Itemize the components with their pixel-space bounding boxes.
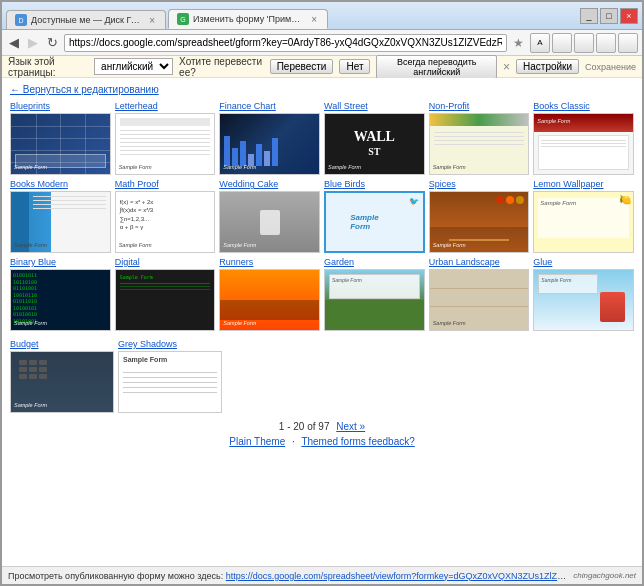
theme-garden-thumb[interactable]: Sample Form	[324, 269, 425, 331]
nav-icon-5[interactable]	[618, 33, 638, 53]
pagination: 1 - 20 of 97 Next »	[10, 421, 634, 432]
budget-keys	[19, 360, 47, 379]
theme-math-proof-thumb[interactable]: f(x) = x² + 2x ∫f(x)dx = x³/3 ∑n=1,2,3..…	[115, 191, 216, 253]
theme-finance-chart[interactable]: Finance Chart Sample Form	[219, 101, 320, 175]
tab-2-label: Изменить форму 'Пример ф...	[193, 14, 305, 24]
math-content: f(x) = x² + 2x ∫f(x)dx = x³/3 ∑n=1,2,3..…	[120, 198, 154, 232]
footer-links: Plain Theme · Themed forms feedback?	[10, 436, 634, 447]
trans-bar-question: Хотите перевести ее?	[179, 56, 264, 78]
theme-non-profit-thumb[interactable]: Sample Form	[429, 113, 530, 175]
theme-gray-shadows-label: Grey Shadows	[118, 339, 222, 349]
bookmark-star-icon[interactable]: ★	[510, 36, 527, 50]
thumb-sample-label: Sample Form	[119, 164, 152, 170]
theme-binary-blue-thumb[interactable]: 0100101110110100011010011001011001011010…	[10, 269, 111, 331]
theme-letterhead[interactable]: Letterhead Sample Form	[115, 101, 216, 175]
key-3	[39, 360, 47, 365]
translate-button[interactable]: Перевести	[270, 59, 334, 74]
translate-icon[interactable]: A	[530, 33, 550, 53]
close-button[interactable]: ×	[620, 8, 638, 24]
always-translate-button[interactable]: Всегда переводить английский	[376, 55, 497, 79]
pagination-next-link[interactable]: Next »	[336, 421, 365, 432]
tab-2[interactable]: G Изменить форму 'Пример ф... ×	[168, 9, 328, 29]
theme-books-modern-thumb[interactable]: Sample Form	[10, 191, 111, 253]
address-bar[interactable]	[64, 34, 507, 52]
theme-binary-blue-label: Binary Blue	[10, 257, 111, 267]
theme-blueprints[interactable]: Blueprints Sample Form	[10, 101, 111, 175]
theme-books-classic-label: Books Classic	[533, 101, 634, 111]
theme-blueprints-label: Blueprints	[10, 101, 111, 111]
theme-budget-thumb[interactable]: Sample Form	[10, 351, 114, 413]
theme-garden[interactable]: Garden Sample Form	[324, 257, 425, 331]
theme-urban-landscape-thumb[interactable]: Sample Form	[429, 269, 530, 331]
theme-books-classic[interactable]: Books Classic Sample Form	[533, 101, 634, 175]
theme-books-modern[interactable]: Books Modern Sample Form	[10, 179, 111, 253]
theme-blue-birds-thumb[interactable]: Sample Form 🐦	[324, 191, 425, 253]
theme-runners-thumb[interactable]: Sample Form	[219, 269, 320, 331]
tab-1[interactable]: D Доступные ме — Диск Гоо... ×	[6, 10, 166, 29]
status-label: Просмотреть опубликованную форму можно з…	[8, 571, 223, 581]
thumb-sample-label: Sample Form	[433, 242, 466, 248]
forward-button[interactable]: ▶	[25, 34, 41, 51]
theme-glue-thumb[interactable]: Sample Form	[533, 269, 634, 331]
trans-bar-close-icon[interactable]: ×	[503, 60, 510, 74]
theme-digital-thumb[interactable]: Sample Form	[115, 269, 216, 331]
theme-lemon-thumb[interactable]: Sample Form 🍋	[533, 191, 634, 253]
theme-gray-shadows-thumb[interactable]: Sample Form	[118, 351, 222, 413]
theme-blue-birds[interactable]: Blue Birds Sample Form 🐦	[324, 179, 425, 253]
spice-dots	[496, 196, 524, 204]
digital-content: Sample Form	[120, 274, 211, 292]
trans-bar-label: Язык этой страницы:	[8, 56, 88, 78]
thumb-sample-label: Sample Form	[14, 402, 47, 408]
content-area[interactable]: ← Вернуться к редактированию Blueprints	[2, 78, 642, 566]
theme-math-proof[interactable]: Math Proof f(x) = x² + 2x ∫f(x)dx = x³/3…	[115, 179, 216, 253]
theme-digital-label: Digital	[115, 257, 216, 267]
feedback-link[interactable]: Themed forms feedback?	[301, 436, 414, 447]
theme-wedding-cake-thumb[interactable]: Sample Form	[219, 191, 320, 253]
back-button[interactable]: ◀	[6, 34, 22, 51]
theme-blue-birds-label: Blue Birds	[324, 179, 425, 189]
runners-image	[220, 300, 319, 320]
key-5	[29, 367, 37, 372]
key-9	[39, 374, 47, 379]
save-indicator: Сохранение	[585, 62, 636, 72]
theme-non-profit[interactable]: Non-Profit Sample Form	[429, 101, 530, 175]
theme-finance-thumb[interactable]: Sample Form	[219, 113, 320, 175]
theme-lemon-wallpaper[interactable]: Lemon Wallpaper Sample Form 🍋	[533, 179, 634, 253]
theme-urban-landscape[interactable]: Urban Landscape Sample Form	[429, 257, 530, 331]
settings-button[interactable]: Настройки	[516, 59, 579, 74]
theme-blueprints-thumb[interactable]: Sample Form	[10, 113, 111, 175]
plain-theme-link[interactable]: Plain Theme	[229, 436, 285, 447]
theme-spices-thumb[interactable]: Sample Form	[429, 191, 530, 253]
nav-icons: A	[530, 33, 638, 53]
garden-plants	[325, 300, 424, 330]
theme-runners[interactable]: Runners Sample Form	[219, 257, 320, 331]
theme-wedding-cake-label: Wedding Cake	[219, 179, 320, 189]
lemon-form: Sample Form	[538, 198, 629, 238]
status-link[interactable]: https://docs.google.com/spreadsheet/view…	[226, 571, 570, 581]
no-translate-button[interactable]: Нет	[339, 59, 370, 74]
theme-gray-shadows[interactable]: Grey Shadows Sample Form	[118, 339, 222, 413]
theme-glue[interactable]: Glue Sample Form	[533, 257, 634, 331]
theme-wedding-cake[interactable]: Wedding Cake Sample Form	[219, 179, 320, 253]
tab-1-close[interactable]: ×	[147, 15, 157, 26]
back-to-edit-link[interactable]: ← Вернуться к редактированию	[10, 84, 634, 95]
tab-2-close[interactable]: ×	[309, 14, 319, 25]
theme-wall-street[interactable]: Wall Street WALLST Sample Form	[324, 101, 425, 175]
theme-budget[interactable]: Budget Sample Form	[10, 339, 114, 413]
nav-icon-3[interactable]	[574, 33, 594, 53]
theme-glue-label: Glue	[533, 257, 634, 267]
reload-button[interactable]: ↻	[44, 34, 61, 51]
theme-books-classic-thumb[interactable]: Sample Form	[533, 113, 634, 175]
binary-content: 0100101110110100011010011001011001011010…	[13, 272, 37, 324]
language-select[interactable]: английский	[94, 58, 173, 75]
theme-binary-blue[interactable]: Binary Blue 0100101110110100011010011001…	[10, 257, 111, 331]
nav-icon-2[interactable]	[552, 33, 572, 53]
nav-icon-4[interactable]	[596, 33, 616, 53]
theme-math-proof-label: Math Proof	[115, 179, 216, 189]
theme-letterhead-thumb[interactable]: Sample Form	[115, 113, 216, 175]
theme-wall-street-thumb[interactable]: WALLST Sample Form	[324, 113, 425, 175]
theme-digital[interactable]: Digital Sample Form	[115, 257, 216, 331]
maximize-button[interactable]: □	[600, 8, 618, 24]
theme-spices[interactable]: Spices Sample Form	[429, 179, 530, 253]
minimize-button[interactable]: _	[580, 8, 598, 24]
